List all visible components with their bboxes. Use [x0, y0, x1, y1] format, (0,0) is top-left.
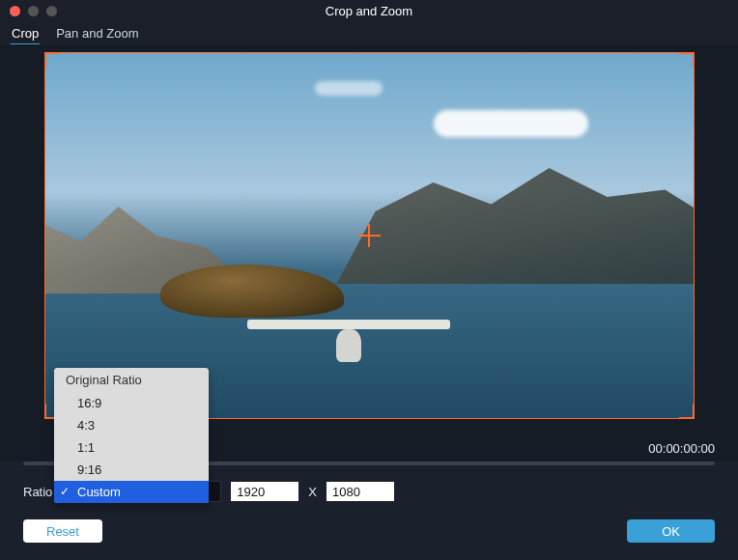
dimension-separator: X — [308, 485, 317, 499]
ratio-option-4-3[interactable]: 4:3 — [54, 414, 209, 436]
ratio-option-custom[interactable]: Custom — [54, 481, 209, 503]
crop-frame[interactable] — [44, 52, 695, 419]
crop-handle-tr[interactable] — [679, 52, 695, 68]
dropdown-header[interactable]: Original Ratio — [54, 368, 209, 392]
reset-button[interactable]: Reset — [23, 519, 102, 543]
timecode: 00:00:00:00 — [648, 441, 715, 456]
video-preview[interactable] — [44, 52, 695, 419]
ratio-dropdown: Original Ratio 16:9 4:3 1:1 9:16 Custom — [54, 368, 209, 503]
crop-handle-tl[interactable] — [44, 52, 60, 68]
crop-handle-br[interactable] — [679, 404, 695, 419]
ratio-option-9-16[interactable]: 9:16 — [54, 459, 209, 481]
tab-pan-zoom[interactable]: Pan and Zoom — [54, 23, 140, 43]
tab-crop[interactable]: Crop — [10, 23, 41, 43]
ratio-option-16-9[interactable]: 16:9 — [54, 392, 209, 414]
titlebar: Crop and Zoom — [0, 0, 738, 21]
ratio-option-1-1[interactable]: 1:1 — [54, 436, 209, 459]
width-input[interactable] — [231, 482, 298, 501]
ratio-label: Ratio — [23, 485, 52, 499]
tab-bar: Crop Pan and Zoom — [0, 21, 738, 44]
footer: Reset OK — [0, 508, 738, 554]
height-input[interactable] — [326, 482, 394, 501]
window-title: Crop and Zoom — [0, 4, 738, 18]
ok-button[interactable]: OK — [627, 519, 715, 543]
